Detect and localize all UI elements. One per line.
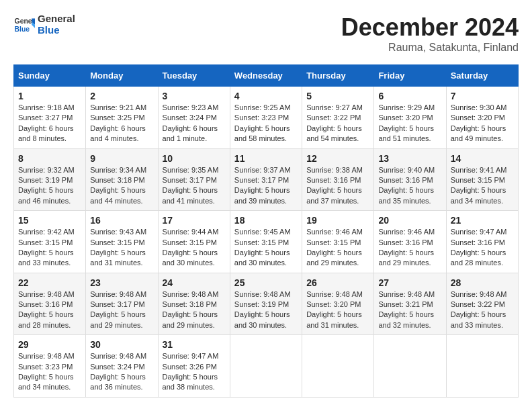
daylight-label: Daylight: 5 hours and 38 minutes.	[163, 373, 218, 391]
calendar-cell: 28 Sunrise: 9:48 AM Sunset: 3:22 PM Dayl…	[446, 273, 518, 335]
sunset-label: Sunset: 3:23 PM	[18, 363, 73, 371]
title-block: December 2024 Rauma, Satakunta, Finland	[341, 13, 519, 54]
sunset-label: Sunset: 3:17 PM	[234, 176, 289, 184]
sunrise-label: Sunrise: 9:46 AM	[306, 228, 363, 236]
sunset-label: Sunset: 3:15 PM	[163, 238, 217, 246]
daylight-label: Daylight: 5 hours and 28 minutes.	[18, 310, 74, 328]
day-number: 6	[378, 91, 441, 101]
daylight-label: Daylight: 5 hours and 49 minutes.	[451, 124, 506, 142]
calendar-cell: 6 Sunrise: 9:29 AM Sunset: 3:20 PM Dayli…	[374, 87, 446, 149]
calendar-cell: 31 Sunrise: 9:47 AM Sunset: 3:26 PM Dayl…	[158, 335, 230, 398]
calendar-cell: 22 Sunrise: 9:48 AM Sunset: 3:16 PM Dayl…	[14, 273, 86, 335]
daylight-label: Daylight: 5 hours and 39 minutes.	[234, 186, 290, 204]
calendar-cell: 17 Sunrise: 9:44 AM Sunset: 3:15 PM Dayl…	[158, 211, 230, 273]
day-number: 24	[163, 277, 226, 288]
sunrise-label: Sunrise: 9:43 AM	[90, 228, 146, 236]
sunrise-label: Sunrise: 9:25 AM	[234, 103, 291, 111]
day-number: 15	[18, 215, 81, 226]
sunset-label: Sunset: 3:16 PM	[306, 176, 361, 184]
day-number: 27	[378, 277, 441, 288]
logo-blue-text: Blue	[38, 25, 75, 36]
day-info: Sunrise: 9:27 AM Sunset: 3:22 PM Dayligh…	[306, 103, 369, 144]
day-number: 17	[163, 215, 226, 226]
calendar-cell: 20 Sunrise: 9:46 AM Sunset: 3:16 PM Dayl…	[374, 211, 446, 273]
sunset-label: Sunset: 3:19 PM	[18, 176, 73, 184]
day-header-sunday: Sunday	[14, 65, 86, 87]
daylight-label: Daylight: 5 hours and 46 minutes.	[18, 186, 74, 204]
day-info: Sunrise: 9:29 AM Sunset: 3:20 PM Dayligh…	[378, 103, 441, 144]
daylight-label: Daylight: 5 hours and 29 minutes.	[90, 310, 146, 328]
calendar-cell: 10 Sunrise: 9:35 AM Sunset: 3:17 PM Dayl…	[158, 148, 230, 211]
calendar-week-1: 1 Sunrise: 9:18 AM Sunset: 3:27 PM Dayli…	[14, 87, 519, 149]
day-number: 25	[234, 277, 298, 288]
sunset-label: Sunset: 3:17 PM	[90, 300, 144, 308]
sunset-label: Sunset: 3:15 PM	[90, 238, 144, 246]
day-info: Sunrise: 9:32 AM Sunset: 3:19 PM Dayligh…	[18, 165, 81, 207]
calendar-cell: 3 Sunrise: 9:23 AM Sunset: 3:24 PM Dayli…	[158, 87, 230, 149]
sunrise-label: Sunrise: 9:48 AM	[163, 290, 219, 298]
sunrise-label: Sunrise: 9:29 AM	[378, 103, 435, 111]
calendar-cell	[446, 335, 518, 398]
location-text: Rauma, Satakunta, Finland	[341, 42, 519, 54]
calendar-table: SundayMondayTuesdayWednesdayThursdayFrid…	[13, 64, 519, 398]
sunrise-label: Sunrise: 9:40 AM	[378, 166, 435, 174]
calendar-week-5: 29 Sunrise: 9:48 AM Sunset: 3:23 PM Dayl…	[14, 335, 519, 398]
sunrise-label: Sunrise: 9:42 AM	[18, 228, 75, 236]
daylight-label: Daylight: 5 hours and 29 minutes.	[378, 248, 434, 267]
day-number: 3	[163, 91, 226, 101]
calendar-week-2: 8 Sunrise: 9:32 AM Sunset: 3:19 PM Dayli…	[14, 148, 519, 211]
calendar-cell: 18 Sunrise: 9:45 AM Sunset: 3:15 PM Dayl…	[230, 211, 302, 273]
daylight-label: Daylight: 6 hours and 1 minute.	[163, 124, 218, 142]
day-header-wednesday: Wednesday	[230, 65, 302, 87]
day-info: Sunrise: 9:47 AM Sunset: 3:16 PM Dayligh…	[451, 227, 514, 269]
calendar-cell: 5 Sunrise: 9:27 AM Sunset: 3:22 PM Dayli…	[302, 87, 374, 149]
day-number: 29	[18, 339, 81, 350]
page-header: General Blue General Blue December 2024 …	[13, 13, 519, 54]
day-info: Sunrise: 9:30 AM Sunset: 3:20 PM Dayligh…	[451, 103, 514, 144]
calendar-week-3: 15 Sunrise: 9:42 AM Sunset: 3:15 PM Dayl…	[14, 211, 519, 273]
day-info: Sunrise: 9:48 AM Sunset: 3:21 PM Dayligh…	[378, 289, 441, 331]
calendar-cell: 26 Sunrise: 9:48 AM Sunset: 3:20 PM Dayl…	[302, 273, 374, 335]
daylight-label: Daylight: 5 hours and 29 minutes.	[306, 248, 362, 267]
calendar-cell: 2 Sunrise: 9:21 AM Sunset: 3:25 PM Dayli…	[86, 87, 158, 149]
sunset-label: Sunset: 3:20 PM	[306, 300, 361, 308]
day-info: Sunrise: 9:37 AM Sunset: 3:17 PM Dayligh…	[234, 165, 298, 207]
day-info: Sunrise: 9:46 AM Sunset: 3:16 PM Dayligh…	[378, 227, 441, 269]
sunset-label: Sunset: 3:22 PM	[451, 300, 505, 308]
day-number: 16	[90, 215, 153, 226]
day-header-monday: Monday	[86, 65, 158, 87]
day-info: Sunrise: 9:48 AM Sunset: 3:17 PM Dayligh…	[90, 289, 153, 331]
daylight-label: Daylight: 5 hours and 35 minutes.	[378, 186, 434, 204]
day-info: Sunrise: 9:48 AM Sunset: 3:18 PM Dayligh…	[163, 289, 226, 331]
calendar-cell: 16 Sunrise: 9:43 AM Sunset: 3:15 PM Dayl…	[86, 211, 158, 273]
day-number: 14	[451, 153, 514, 164]
sunrise-label: Sunrise: 9:47 AM	[451, 228, 507, 236]
sunrise-label: Sunrise: 9:23 AM	[163, 103, 219, 111]
calendar-cell: 30 Sunrise: 9:48 AM Sunset: 3:24 PM Dayl…	[86, 335, 158, 398]
calendar-cell: 9 Sunrise: 9:34 AM Sunset: 3:18 PM Dayli…	[86, 148, 158, 211]
calendar-cell: 21 Sunrise: 9:47 AM Sunset: 3:16 PM Dayl…	[446, 211, 518, 273]
day-info: Sunrise: 9:23 AM Sunset: 3:24 PM Dayligh…	[163, 103, 226, 144]
sunset-label: Sunset: 3:16 PM	[451, 238, 505, 246]
day-header-thursday: Thursday	[302, 65, 374, 87]
day-number: 31	[163, 339, 226, 350]
calendar-cell: 1 Sunrise: 9:18 AM Sunset: 3:27 PM Dayli…	[14, 87, 86, 149]
calendar-cell	[230, 335, 302, 398]
day-info: Sunrise: 9:43 AM Sunset: 3:15 PM Dayligh…	[90, 227, 153, 269]
day-info: Sunrise: 9:48 AM Sunset: 3:24 PM Dayligh…	[90, 351, 153, 393]
day-info: Sunrise: 9:47 AM Sunset: 3:26 PM Dayligh…	[163, 351, 226, 393]
day-number: 5	[306, 91, 369, 101]
calendar-cell: 19 Sunrise: 9:46 AM Sunset: 3:15 PM Dayl…	[302, 211, 374, 273]
day-number: 26	[306, 277, 369, 288]
day-info: Sunrise: 9:21 AM Sunset: 3:25 PM Dayligh…	[90, 103, 153, 144]
daylight-label: Daylight: 5 hours and 29 minutes.	[163, 310, 218, 328]
day-info: Sunrise: 9:44 AM Sunset: 3:15 PM Dayligh…	[163, 227, 226, 269]
sunset-label: Sunset: 3:22 PM	[306, 113, 361, 122]
sunset-label: Sunset: 3:25 PM	[90, 113, 144, 122]
sunset-label: Sunset: 3:16 PM	[378, 238, 433, 246]
day-number: 2	[90, 91, 153, 101]
sunset-label: Sunset: 3:15 PM	[451, 176, 505, 184]
day-info: Sunrise: 9:40 AM Sunset: 3:16 PM Dayligh…	[378, 165, 441, 207]
sunrise-label: Sunrise: 9:48 AM	[90, 290, 146, 298]
sunrise-label: Sunrise: 9:48 AM	[18, 352, 75, 360]
